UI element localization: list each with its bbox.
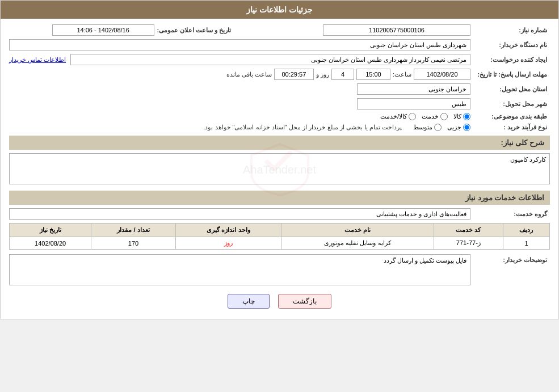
services-section-label: اطلاعات خدمات مورد نیاز <box>465 193 544 202</box>
category-radio-group: کالا خدمت کالا/خدمت <box>9 113 470 120</box>
col-row-num: ردیف <box>503 224 549 237</box>
category-khadamat-radio[interactable] <box>440 113 448 120</box>
remaining-time-input[interactable] <box>274 69 314 80</box>
need-number-label: شماره نیاز: <box>470 27 550 34</box>
requester-input[interactable] <box>70 54 470 65</box>
col-date: تاریخ نیاز <box>10 224 91 237</box>
response-time-input[interactable] <box>356 69 390 80</box>
service-group-value-cell <box>9 208 470 220</box>
process-mottavaset-text: متوسط <box>413 124 432 131</box>
process-type-group: جزیی متوسط پرداخت تمام یا بخشی از مبلغ خ… <box>9 124 470 131</box>
print-button[interactable]: چاپ <box>228 294 270 309</box>
remaining-label: ساعت باقی مانده <box>226 71 272 78</box>
back-button[interactable]: بازگشت <box>278 294 331 309</box>
process-type-value-cell: جزیی متوسط پرداخت تمام یا بخشی از مبلغ خ… <box>9 124 470 131</box>
buyer-org-input[interactable] <box>9 39 470 50</box>
response-deadline-row: مهلت ارسال پاسخ: تا تاریخ: ساعت: روز و س… <box>9 69 550 80</box>
delivery-city-input[interactable] <box>357 98 470 109</box>
requester-row: ایجاد کننده درخواست: اطلاعات تماس خریدار <box>9 54 550 65</box>
category-row: طبقه بندی موضوعی: کالا خدمت کالا/خدمت <box>9 113 550 120</box>
category-kala-label[interactable]: کالا <box>453 113 470 120</box>
page-header: جزئیات اطلاعات نیاز <box>1 1 558 19</box>
services-table: ردیف کد خدمت نام خدمت واحد اندازه گیری ت… <box>9 223 550 250</box>
services-section-header: اطلاعات خدمات مورد نیاز <box>9 191 550 205</box>
need-description-label: شرح کلی نیاز: <box>501 138 544 147</box>
category-kala-khadamat-text: کالا/خدمت <box>380 113 407 120</box>
process-mottavaset-radio[interactable] <box>434 124 442 131</box>
delivery-city-value-cell <box>9 98 470 109</box>
service-group-label: گروه خدمت: <box>470 210 550 218</box>
page-title: جزئیات اطلاعات نیاز <box>246 5 313 14</box>
response-days-input[interactable] <box>331 69 354 80</box>
need-description-section-header: شرح کلی نیاز: <box>9 136 550 150</box>
cell-unit: روز <box>175 237 281 250</box>
process-type-label: نوع فرآیند خرید : <box>470 124 550 131</box>
delivery-city-label: شهر محل تحویل: <box>470 100 550 108</box>
category-kala-radio[interactable] <box>463 113 470 120</box>
requester-label: ایجاد کننده درخواست: <box>470 56 550 64</box>
buyer-notes-textarea[interactable] <box>9 254 470 285</box>
announcement-area: تاریخ و ساعت اعلان عمومی: <box>9 24 234 36</box>
date-time-group: ساعت: روز و ساعت باقی مانده <box>9 69 470 80</box>
need-number-row: شماره نیاز: تاریخ و ساعت اعلان عمومی: <box>9 24 550 36</box>
category-khadamat-text: خدمت <box>422 113 439 120</box>
buyer-notes-row: توضیحات خریدار: <box>9 254 550 287</box>
announcement-label: تاریخ و ساعت اعلان عمومی: <box>157 27 234 34</box>
response-days-label: روز و <box>316 71 329 78</box>
delivery-province-row: استان محل تحویل: <box>9 83 550 95</box>
service-group-input[interactable] <box>9 208 470 220</box>
page-wrapper: جزئیات اطلاعات نیاز شماره نیاز: تاریخ و … <box>0 0 559 319</box>
cell-quantity: 170 <box>91 237 175 250</box>
process-jozvi-radio[interactable] <box>463 124 470 131</box>
service-group-row: گروه خدمت: <box>9 208 550 220</box>
delivery-city-row: شهر محل تحویل: <box>9 98 550 109</box>
col-unit: واحد اندازه گیری <box>175 224 281 237</box>
delivery-province-input[interactable] <box>357 83 470 95</box>
col-quantity: تعداد / مقدار <box>91 224 175 237</box>
need-number-value-cell <box>246 24 471 36</box>
buyer-org-label: نام دستگاه خریدار: <box>470 41 550 49</box>
process-mottavaset-label[interactable]: متوسط <box>413 124 442 131</box>
need-description-textarea[interactable] <box>9 153 550 184</box>
announcement-datetime-input[interactable] <box>52 24 154 36</box>
buyer-org-value-cell <box>9 39 470 50</box>
category-kala-khadamat-label[interactable]: کالا/خدمت <box>380 113 416 120</box>
category-kala-text: کالا <box>453 113 461 120</box>
table-header-row: ردیف کد خدمت نام خدمت واحد اندازه گیری ت… <box>10 224 550 237</box>
need-number-input[interactable] <box>323 24 470 36</box>
category-value-cell: کالا خدمت کالا/خدمت <box>9 113 470 120</box>
delivery-province-label: استان محل تحویل: <box>470 86 550 93</box>
need-description-area: AhaTender.net <box>9 153 550 186</box>
col-service-code: کد خدمت <box>434 224 503 237</box>
delivery-province-value-cell <box>9 83 470 95</box>
response-date-input[interactable] <box>414 69 470 80</box>
process-type-row: نوع فرآیند خرید : جزیی متوسط پرداخت تمام… <box>9 124 550 131</box>
category-label: طبقه بندی موضوعی: <box>470 113 550 120</box>
cell-service-code: ز-77-771 <box>434 237 503 250</box>
cell-row-num: 1 <box>503 237 549 250</box>
buyer-notes-label: توضیحات خریدار: <box>470 254 550 264</box>
process-note: پرداخت تمام یا بخشی از مبلغ خریدار از مح… <box>203 124 402 131</box>
response-time-label: ساعت: <box>393 71 411 78</box>
col-service-name: نام خدمت <box>281 224 434 237</box>
process-jozvi-text: جزیی <box>447 124 461 131</box>
cell-service-name: کرایه وسایل نقلیه موتوری <box>281 237 434 250</box>
table-row: 1 ز-77-771 کرایه وسایل نقلیه موتوری روز … <box>10 237 550 250</box>
requester-value-cell: اطلاعات تماس خریدار <box>9 54 470 65</box>
content-area: شماره نیاز: تاریخ و ساعت اعلان عمومی: نا… <box>1 19 558 319</box>
cell-date: 1402/08/20 <box>10 237 91 250</box>
buyer-org-row: نام دستگاه خریدار: <box>9 39 550 50</box>
process-jozvi-label[interactable]: جزیی <box>447 124 470 131</box>
category-kala-khadamat-radio[interactable] <box>409 113 416 120</box>
button-row: چاپ بازگشت <box>9 294 550 309</box>
response-deadline-label: مهلت ارسال پاسخ: تا تاریخ: <box>470 71 550 78</box>
buyer-notes-value-cell <box>9 254 470 287</box>
category-khadamat-label[interactable]: خدمت <box>422 113 448 120</box>
response-deadline-value-cell: ساعت: روز و ساعت باقی مانده <box>9 69 470 80</box>
contact-info-link[interactable]: اطلاعات تماس خریدار <box>9 56 66 64</box>
